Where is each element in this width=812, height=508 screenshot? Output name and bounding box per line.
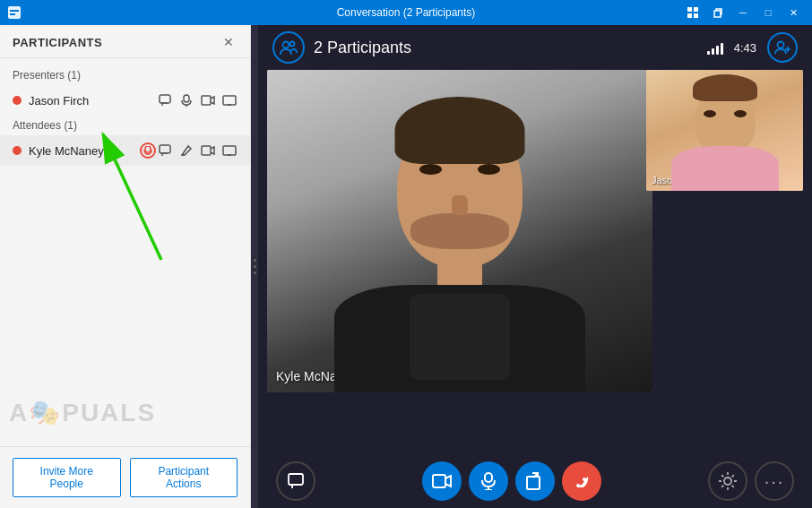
video-bottom-bar: ··· [258,454,812,508]
hair [395,97,525,164]
thumb-hair [693,74,757,101]
svg-rect-17 [160,145,170,153]
drag-dots [254,259,256,274]
presenter-name: Jason Firch [29,94,157,108]
shirt-pattern [410,294,510,380]
panel-title: PARTICIPANTS [13,36,102,49]
main-container: PARTICIPANTS ✕ Presenters (1) Jason Firc… [0,25,812,508]
video-area: 2 Participants 4:43 [258,25,812,508]
svg-rect-2 [10,13,15,15]
beard [410,213,509,249]
svg-rect-30 [289,474,303,485]
participants-panel: PARTICIPANTS ✕ Presenters (1) Jason Firc… [0,25,251,508]
eye-left [419,164,442,175]
attendee-mute-icon[interactable] [139,142,157,159]
svg-rect-5 [687,13,692,18]
shirt [334,285,585,392]
thumbnail-video-feed: Jason Firch [646,70,803,191]
window-title: Conversation (2 Participants) [337,6,476,19]
main-video-feed: Kyle McNaney [267,70,652,392]
participants-list: Presenters (1) Jason Firch [0,58,250,446]
attendee-name: Kyle McNaney [29,144,139,158]
video-button[interactable] [422,461,462,501]
more-options-button[interactable]: ··· [755,461,794,501]
thumb-eye-right [734,110,747,117]
share-button[interactable] [515,461,555,501]
panel-close-button[interactable]: ✕ [220,34,238,50]
window-controls: ─ □ ✕ [681,4,805,22]
svg-rect-4 [694,7,698,12]
video-content: Kyle McNaney Jason Firch [258,70,812,454]
presenter-screen-icon[interactable] [221,92,238,108]
bottom-controls-center [422,461,601,501]
add-participant-button[interactable] [767,32,798,63]
svg-rect-32 [485,473,492,482]
call-timer: 4:43 [734,41,756,55]
drag-dot-2 [254,265,256,268]
attendee-row: Kyle McNaney [0,135,250,166]
thumb-shirt [671,146,779,191]
invite-people-button[interactable]: Invite More People [13,458,121,497]
svg-rect-3 [687,7,692,12]
presenter-row: Jason Firch [0,85,250,116]
presenter-video-icon[interactable] [200,92,216,108]
svg-rect-11 [202,96,211,105]
mic-button[interactable] [469,461,508,501]
minimize-btn[interactable]: ─ [731,4,755,22]
svg-rect-6 [694,13,698,18]
svg-point-37 [724,478,731,485]
end-call-button[interactable] [562,461,601,501]
bottom-controls-right: ··· [708,461,794,501]
presenter-chat-icon[interactable] [157,92,173,108]
signal-bar-3 [716,46,719,55]
presenter-mic-icon[interactable] [178,92,194,108]
mute-circle [140,142,156,159]
svg-rect-8 [160,95,170,103]
panel-footer: Invite More People Participant Actions [0,446,250,508]
attendee-pen-icon[interactable] [178,142,194,159]
presenter-icons [157,92,238,108]
drag-dot-3 [254,271,256,274]
participant-actions-button[interactable]: Participant Actions [130,458,238,497]
svg-rect-31 [433,475,445,487]
svg-rect-1 [10,10,19,12]
tile-btn[interactable] [681,4,704,22]
phone-settings-button[interactable] [708,461,747,501]
svg-rect-19 [202,146,211,155]
app-icon [7,5,22,20]
participants-count: 2 Participants [314,39,411,57]
chat-button[interactable] [276,461,315,501]
signal-strength [707,40,723,55]
restore-btn[interactable] [706,4,730,22]
thumb-eye-left [704,110,716,117]
main-video-person [267,70,652,392]
nose [452,195,468,215]
video-top-bar: 2 Participants 4:43 [258,25,812,70]
svg-rect-7 [714,11,721,17]
maximize-btn[interactable]: □ [756,4,780,22]
bottom-controls-left [276,461,315,501]
svg-point-26 [290,42,295,47]
attendees-section-label: Attendees (1) [0,116,250,135]
svg-rect-9 [184,95,189,102]
close-btn[interactable]: ✕ [782,4,805,22]
attendee-video-icon[interactable] [200,142,216,159]
resize-handle[interactable] [251,25,258,508]
signal-bar-2 [712,48,714,55]
svg-point-27 [778,42,784,48]
eye-right [478,164,500,175]
attendee-screen-icon[interactable] [221,142,238,159]
signal-bar-4 [721,43,723,55]
svg-rect-35 [527,477,540,489]
participants-label-area: 2 Participants [272,31,411,64]
participants-icon [272,31,305,64]
svg-point-25 [283,42,289,48]
attendee-icons [157,142,238,159]
attendee-chat-icon[interactable] [157,142,173,159]
panel-header: PARTICIPANTS ✕ [0,25,250,58]
svg-rect-0 [8,6,21,19]
thumb-background [646,70,803,191]
top-bar-right: 4:43 [707,32,798,63]
signal-bar-1 [707,51,710,55]
svg-rect-20 [223,146,236,155]
